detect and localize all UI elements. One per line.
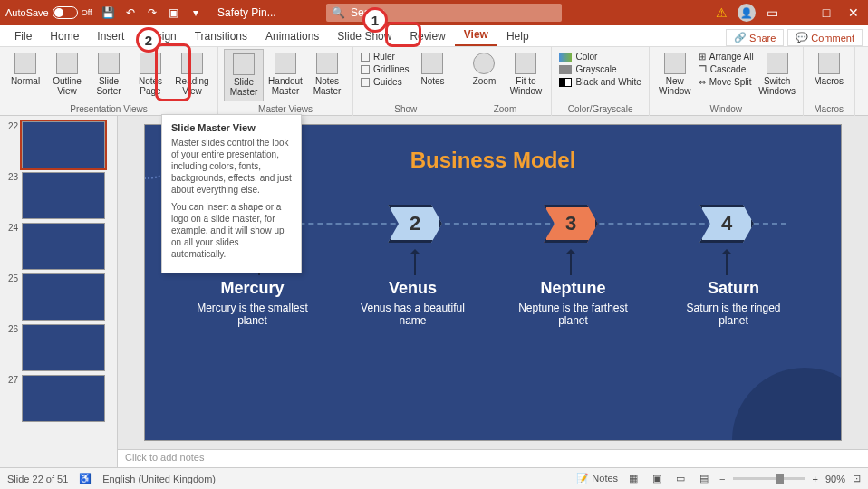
thumbnail-24[interactable]: 24 <box>0 221 117 272</box>
slide-sorter-button[interactable]: Slide Sorter <box>89 49 129 101</box>
zoom-level[interactable]: 90% <box>825 474 845 484</box>
status-bar: Slide 22 of 51 ♿ English (United Kingdom… <box>0 467 868 489</box>
arrow-icon <box>726 250 728 275</box>
callout-slide-master <box>155 43 191 101</box>
callout-number-2: 2 <box>136 27 161 53</box>
group-macros: Macros Macros <box>804 47 855 116</box>
gridlines-checkbox[interactable]: Gridlines <box>359 63 410 75</box>
group-show: Ruler Gridlines Guides Notes Show <box>353 47 458 116</box>
ribbon-view: Normal Outline View Slide Sorter Notes P… <box>0 47 868 116</box>
tab-animations[interactable]: Animations <box>256 26 328 46</box>
thumbnail-panel[interactable]: 22 23 24 25 26 27 <box>0 116 118 467</box>
thumbnail-27[interactable]: 27 <box>0 373 117 424</box>
outline-icon <box>56 53 78 74</box>
thumbnail-26[interactable]: 26 <box>0 322 117 373</box>
split-icon: ⇔ <box>699 77 706 87</box>
checkbox-icon <box>361 65 370 74</box>
callout-view-tab <box>385 22 421 47</box>
language-status[interactable]: English (United Kingdom) <box>102 474 216 484</box>
sorter-view-icon[interactable]: ▣ <box>649 471 665 487</box>
autosave-state: Off <box>82 8 92 17</box>
switch-windows-button[interactable]: Switch Windows <box>757 49 797 101</box>
autosave-toggle[interactable]: AutoSave Off <box>5 6 92 19</box>
normal-icon <box>14 53 36 74</box>
arrange-icon: ⊞ <box>699 52 706 62</box>
undo-icon[interactable]: ↶ <box>123 5 138 20</box>
group-master-views: Slide Master Handout Master Notes Master… <box>218 47 353 116</box>
tooltip-text-2: You can insert a shape or a logo on a sl… <box>171 201 292 260</box>
ribbon-options-icon[interactable]: ▭ <box>761 2 783 24</box>
group-label: Macros <box>809 104 849 116</box>
close-button[interactable]: ✕ <box>843 2 864 24</box>
color-button[interactable]: Color <box>557 51 642 62</box>
new-window-button[interactable]: New Window <box>655 49 695 101</box>
user-avatar[interactable]: 👤 <box>738 4 756 22</box>
slideshow-view-icon[interactable]: ▤ <box>696 471 712 487</box>
autosave-label: AutoSave <box>5 7 49 18</box>
fit-to-window-icon[interactable]: ⊡ <box>853 473 861 484</box>
handout-master-button[interactable]: Handout Master <box>265 49 305 101</box>
save-icon[interactable]: 💾 <box>101 5 116 20</box>
switch-icon <box>767 53 788 74</box>
grayscale-button[interactable]: Grayscale <box>557 63 642 75</box>
planet-mercury[interactable]: MercuryMercury is the smallest planet <box>189 279 316 327</box>
zoom-slider[interactable] <box>733 477 805 480</box>
guides-checkbox[interactable]: Guides <box>359 76 410 88</box>
arrow-icon <box>570 250 572 275</box>
notes-button[interactable]: Notes <box>412 49 452 101</box>
toggle-icon <box>53 6 78 19</box>
thumbnail-25[interactable]: 25 <box>0 272 117 322</box>
group-label: Window <box>655 104 797 116</box>
outline-view-button[interactable]: Outline View <box>47 49 87 101</box>
normal-view-icon[interactable]: ▦ <box>625 471 641 487</box>
macros-button[interactable]: Macros <box>809 49 849 101</box>
tooltip-text-1: Master slides control the look of your e… <box>171 137 292 196</box>
thumb-preview <box>22 172 105 219</box>
cascade-icon: ❐ <box>699 64 707 74</box>
tab-transitions[interactable]: Transitions <box>186 26 256 46</box>
warning-icon[interactable]: ⚠ <box>710 2 732 24</box>
bw-button[interactable]: Black and White <box>557 76 642 88</box>
tab-insert[interactable]: Insert <box>88 26 133 46</box>
ruler-checkbox[interactable]: Ruler <box>359 51 410 62</box>
normal-view-button[interactable]: Normal <box>5 49 45 101</box>
tab-help[interactable]: Help <box>497 26 538 46</box>
chevron-down-icon[interactable]: ▾ <box>188 5 203 20</box>
search-input[interactable]: 🔍 Search <box>326 4 562 22</box>
start-icon[interactable]: ▣ <box>167 5 181 20</box>
thumb-preview <box>22 273 105 321</box>
comment-button[interactable]: 💬 Comment <box>787 29 863 46</box>
thumb-preview <box>22 223 105 270</box>
notes-master-button[interactable]: Notes Master <box>307 49 347 101</box>
maximize-button[interactable]: □ <box>815 2 837 24</box>
thumb-preview <box>22 121 105 168</box>
zoom-out-button[interactable]: − <box>719 474 725 484</box>
thumbnail-22[interactable]: 22 <box>0 120 117 170</box>
arrange-all-button[interactable]: ⊞Arrange All <box>697 51 756 62</box>
notes-icon <box>421 53 443 74</box>
group-label: Show <box>359 104 452 116</box>
planet-saturn[interactable]: SaturnSaturn is the ringed planet <box>670 279 797 327</box>
zoom-in-button[interactable]: + <box>813 474 818 484</box>
planet-venus[interactable]: VenusVenus has a beautiful name <box>350 279 477 327</box>
accessibility-icon[interactable]: ♿ <box>79 473 92 484</box>
zoom-button[interactable]: Zoom <box>464 49 504 101</box>
planet-neptune[interactable]: NeptuneNeptune is the farthest planet <box>510 279 637 327</box>
tab-file[interactable]: File <box>5 26 41 46</box>
slide-master-button[interactable]: Slide Master <box>224 49 264 101</box>
reading-view-icon[interactable]: ▭ <box>672 471 689 487</box>
cascade-button[interactable]: ❐Cascade <box>697 63 756 75</box>
slide-counter[interactable]: Slide 22 of 51 <box>7 474 68 484</box>
share-button[interactable]: 🔗 Share <box>726 29 784 46</box>
tooltip-title: Slide Master View <box>171 122 292 133</box>
notes-toggle[interactable]: 📝 Notes <box>576 473 618 484</box>
notes-input[interactable]: Click to add notes <box>118 449 868 467</box>
tab-home[interactable]: Home <box>41 26 88 46</box>
zoom-icon <box>473 53 495 74</box>
thumbnail-23[interactable]: 23 <box>0 170 117 221</box>
move-split-button[interactable]: ⇔Move Split <box>697 76 756 88</box>
tab-view[interactable]: View <box>455 24 497 46</box>
fit-window-button[interactable]: Fit to Window <box>506 49 545 101</box>
redo-icon[interactable]: ↷ <box>145 5 159 20</box>
minimize-button[interactable]: — <box>788 2 810 24</box>
